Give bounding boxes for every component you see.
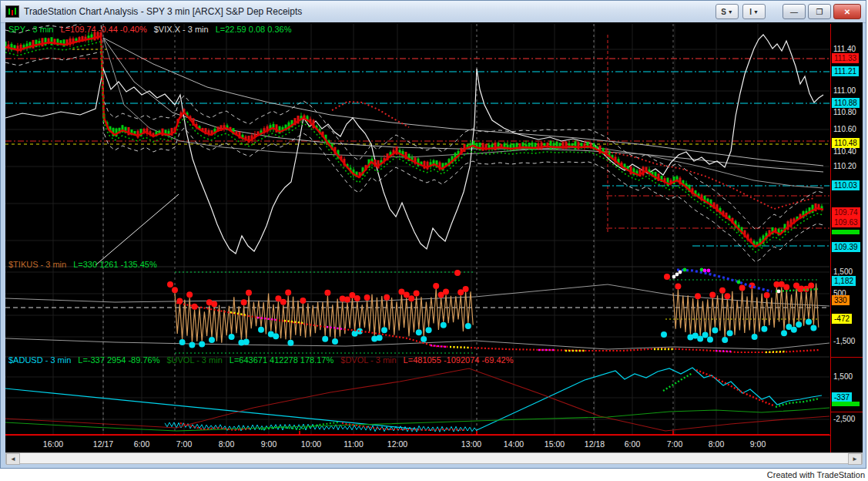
legend-segment: L=643671 412278 178.17% <box>230 355 334 365</box>
price-label: 109.63 <box>832 217 860 227</box>
price-label: 1,500 <box>833 372 853 382</box>
restore-icon: ❐ <box>816 8 823 16</box>
price-label: 111.33 <box>832 53 859 63</box>
price-label: -1,500 <box>833 336 855 346</box>
titlebar-buttons: S▼ I▼ — ❐ ✕ <box>716 4 861 19</box>
price-label: 111.21 <box>832 66 859 76</box>
time-label: 14:00 <box>504 439 524 449</box>
window-title: TradeStation Chart Analysis - SPY 3 min … <box>24 6 302 17</box>
price-label: 109.39 <box>832 242 860 252</box>
legend-segment: SPY - 3 min <box>8 25 54 34</box>
status-bar: Created with TradeStation <box>0 470 868 481</box>
time-label: 9:00 <box>261 439 276 449</box>
time-label: 6:00 <box>625 439 640 449</box>
app-icon <box>5 5 19 18</box>
time-label: 8:00 <box>709 439 724 449</box>
pane2-legend: $TIKUS - 3 minL=330 1261 -135.45% <box>8 260 164 269</box>
interval-dropdown-button[interactable]: I▼ <box>742 4 766 19</box>
time-label: 13:00 <box>461 439 481 449</box>
time-label: 16:00 <box>43 439 63 449</box>
price-label: 110.20 <box>833 161 856 171</box>
screenshot-stage: TradeStation Chart Analysis - SPY 3 min … <box>0 0 868 481</box>
symbol-dropdown-button[interactable]: S▼ <box>716 4 739 19</box>
chevron-down-icon: ▼ <box>753 9 759 15</box>
chevron-down-icon: ▼ <box>728 9 733 15</box>
time-label: 15:00 <box>545 439 565 449</box>
legend-segment: L=-337 2954 -89.76% <box>78 355 159 365</box>
time-label: 12/18 <box>585 439 605 449</box>
arrow-left-icon: ◄ <box>10 456 16 462</box>
legend-segment: L=481055 -1092074 -69.42% <box>404 355 514 365</box>
minimize-icon: — <box>790 8 798 16</box>
price-label: 110.60 <box>833 124 856 134</box>
tradestation-window: TradeStation Chart Analysis - SPY 3 min … <box>0 0 866 469</box>
pane1-legend: SPY - 3 minL=109.74 -0.44 -0.40%$VIX.X -… <box>8 25 298 34</box>
legend-segment: L=109.74 -0.44 -0.40% <box>61 25 147 34</box>
legend-segment: $UVOL - 3 min <box>166 355 222 365</box>
price-label <box>832 230 860 234</box>
legend-segment: $ADUSD - 3 min <box>8 355 71 365</box>
restore-button[interactable]: ❐ <box>808 4 831 19</box>
time-label: 12/17 <box>93 439 113 449</box>
horizontal-scrollbar[interactable]: ◄ ► <box>5 452 863 464</box>
close-icon: ✕ <box>844 8 850 16</box>
credit-text: Created with TradeStation <box>767 470 865 479</box>
time-label: 11:00 <box>344 439 364 449</box>
title-bar[interactable]: TradeStation Chart Analysis - SPY 3 min … <box>1 1 866 23</box>
price-label: 110.03 <box>832 180 860 190</box>
time-label: 7:00 <box>176 439 192 449</box>
price-label <box>832 402 860 406</box>
price-label: 110.40 <box>833 146 856 156</box>
minimize-button[interactable]: — <box>783 4 806 19</box>
price-label: 1,182 <box>832 276 856 286</box>
time-label: 9:00 <box>750 439 766 449</box>
close-button[interactable]: ✕ <box>833 4 861 19</box>
legend-segment: $VIX.X - 3 min <box>154 25 209 34</box>
scroll-left-button[interactable]: ◄ <box>6 453 20 465</box>
arrow-right-icon: ► <box>852 456 858 462</box>
time-label: 7:00 <box>667 439 682 449</box>
chart-area: SPY - 3 minL=109.74 -0.44 -0.40%$VIX.X -… <box>5 22 863 452</box>
legend-segment: L=22.59 0.08 0.36% <box>216 25 292 34</box>
time-label: 6:00 <box>134 439 149 449</box>
price-label: -2,500 <box>833 414 855 424</box>
price-label: 110.80 <box>833 107 856 117</box>
legend-segment: $DVOL - 3 min <box>340 355 396 365</box>
axis-pane-separator <box>831 412 863 412</box>
price-label: 111.00 <box>833 86 856 96</box>
scroll-right-button[interactable]: ► <box>848 453 862 465</box>
price-label: -472 <box>832 314 852 324</box>
price-axis[interactable]: 111.40111.33111.21111.00110.88110.80110.… <box>830 24 863 452</box>
time-label: 8:00 <box>219 439 234 449</box>
price-label: 109.74 <box>832 207 860 217</box>
pane3-legend: $ADUSD - 3 minL=-337 2954 -89.76%$UVOL -… <box>8 355 520 365</box>
axis-pane-separator <box>831 357 863 358</box>
legend-segment: L=330 1261 -135.45% <box>73 260 157 269</box>
time-axis[interactable]: 16:0012/176:007:008:009:0010:0011:0012:0… <box>5 435 830 452</box>
time-label: 12:00 <box>387 439 407 449</box>
legend-segment: $TIKUS - 3 min <box>8 260 66 269</box>
time-label: 10:00 <box>301 439 321 449</box>
chart-canvas[interactable] <box>5 24 830 435</box>
price-label: 330 <box>832 295 850 305</box>
